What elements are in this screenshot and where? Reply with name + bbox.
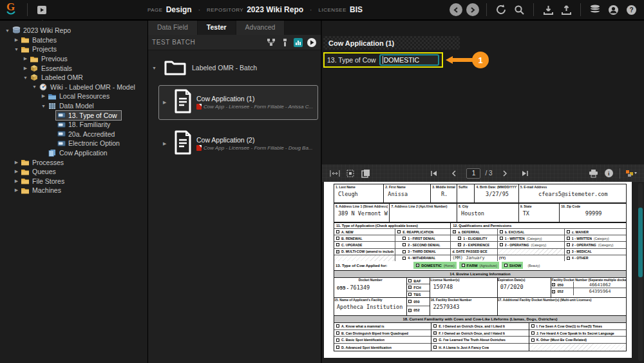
form-field-cell: 7. Address Line 2 (Apt./Unit Number) — [389, 203, 457, 222]
chart-toggle-icon[interactable] — [293, 37, 303, 48]
tree-item-machines[interactable]: ▶Machines — [0, 186, 147, 195]
page-value[interactable]: Design — [166, 5, 192, 14]
tree-item-label: Batches — [32, 36, 57, 44]
grooper-logo-icon[interactable]: G — [0, 0, 22, 19]
expander-down-icon[interactable]: ▼ — [4, 28, 11, 33]
expander-right-icon[interactable]: ▶ — [13, 179, 20, 184]
extracted-field-row[interactable]: 13. Type of Cow DOMESTIC — [323, 52, 443, 68]
checkbox-label: E. REAPPLICATION — [402, 230, 433, 234]
form-checkbox-item: 1 - WRITTEN(Category) — [498, 235, 565, 241]
tree-item-electronic-option[interactable]: Electronic Option — [0, 139, 147, 148]
fit-width-icon[interactable] — [329, 168, 341, 179]
form-field-value: cfears5@sitemeter.com — [520, 189, 625, 197]
marquee-zoom-icon[interactable] — [345, 168, 356, 179]
info-icon[interactable]: i — [603, 168, 614, 179]
familiarity-item: H. A Llama Is Just A Fancy Cow — [431, 344, 528, 351]
expander-right-icon[interactable]: ▶ — [13, 160, 20, 165]
tree-item-previous[interactable]: ▶Previous — [0, 54, 147, 64]
database-icon[interactable] — [588, 3, 602, 17]
tree-item-batches[interactable]: ▶Batches — [0, 35, 147, 45]
licensee-value[interactable]: BIS — [350, 5, 363, 14]
expander-right-icon[interactable]: ▶ — [13, 188, 20, 193]
expander-down-icon[interactable]: ▼ — [22, 75, 29, 80]
back-icon[interactable] — [450, 3, 462, 16]
expander-right-icon[interactable]: ▶ — [40, 93, 47, 99]
repository-value[interactable]: 2023 Wiki Repo — [247, 5, 303, 14]
expiration-cell: Expiration Date(s)07/2020 — [498, 278, 552, 297]
prev-page-icon[interactable] — [448, 168, 460, 179]
tab-data-field[interactable]: Data Field — [148, 21, 198, 35]
repository-label: REPOSITORY — [207, 7, 243, 13]
field-icon — [57, 130, 66, 138]
database-icon — [12, 26, 21, 34]
viewer-scrollbar[interactable] — [638, 183, 643, 361]
expander-right-icon[interactable]: ▶ — [163, 141, 169, 146]
pages-icon[interactable] — [360, 168, 372, 179]
document-large-icon — [173, 130, 193, 157]
tree-item-queues[interactable]: ▶Queues — [0, 167, 147, 177]
document-item[interactable]: ▶Cow Application (1)Cow App - Licensee -… — [158, 85, 318, 120]
tree-item-20a-accredited[interactable]: 20a. Accredited — [0, 130, 147, 139]
first-page-icon[interactable] — [428, 168, 440, 179]
upload-icon[interactable] — [559, 3, 573, 17]
expander-down-icon[interactable]: ▼ — [13, 47, 20, 52]
help-icon[interactable]: ? — [624, 3, 638, 17]
last-page-icon[interactable] — [519, 168, 531, 179]
tab-advanced[interactable]: Advanced — [236, 21, 285, 35]
download-icon[interactable] — [541, 3, 555, 17]
tree-view-icon[interactable] — [266, 37, 276, 48]
tree-item-labeled-omr[interactable]: ▼Labeled OMR — [0, 73, 147, 83]
tree-item-essentials[interactable]: ▶Essentials — [0, 63, 147, 73]
media-box-icon[interactable] — [35, 3, 49, 17]
expander-down-icon[interactable]: ▼ — [152, 66, 158, 70]
tree-item-13-type-of-cow[interactable]: 13. Type of Cow — [0, 110, 147, 120]
run-icon[interactable] — [307, 37, 317, 48]
document-item[interactable]: ▶Cow Application (2)Cow App - Licensee -… — [158, 126, 318, 161]
top-bar: G PAGE Design · REPOSITORY 2023 Wiki Rep… — [0, 0, 644, 21]
layout-options-icon[interactable] — [625, 168, 637, 179]
next-page-icon[interactable] — [499, 168, 511, 179]
tab-tester[interactable]: Tester — [198, 21, 236, 35]
viewer-content[interactable]: 1. Last NameCleugh2. First NameAnissa3. … — [322, 182, 644, 363]
scrollbar-thumb[interactable] — [638, 208, 643, 277]
expander-right-icon[interactable]: ▶ — [163, 100, 169, 105]
familiarity-item: J. I've Heard A Cow Speak In Its Secret … — [529, 330, 626, 337]
tree-item-projects[interactable]: ▼Projects — [0, 44, 147, 54]
refresh-icon[interactable] — [494, 3, 508, 17]
field-value-input[interactable]: DOMESTIC — [379, 54, 439, 66]
expander-right-icon[interactable]: ▶ — [13, 37, 20, 43]
batch-root-item[interactable]: ▼ Labeled OMR - Batch — [151, 55, 318, 83]
tree-item-file-stores[interactable]: ▶File Stores — [0, 177, 147, 186]
crumb-separator: · — [310, 6, 312, 14]
form-checkbox-item: B. RENEWAL — [334, 235, 395, 241]
grid-column: a. DEFERRAL1 - ELIGIBILITY2 - EXPERIENCE… — [451, 228, 497, 261]
search-icon[interactable] — [512, 3, 526, 17]
tree-item-local-resources[interactable]: ▶Local Resources — [0, 92, 147, 101]
form-checkbox-item: 1 - FIRST DENIAL — [395, 235, 451, 241]
flashlight-icon[interactable] — [279, 37, 290, 48]
tree-item-wiki-labeled-omr-model[interactable]: ▼Wiki - Labeled OMR - Model — [0, 83, 147, 92]
expander-right-icon[interactable]: ▶ — [22, 66, 29, 71]
checkbox-unchecked — [458, 237, 461, 240]
form-field-value: Houston — [459, 208, 517, 217]
divider — [580, 3, 581, 16]
form-field-cell: 9. StateTX — [518, 203, 560, 222]
expander-down-icon[interactable]: ▼ — [31, 84, 38, 89]
tree-item-cow-application[interactable]: Cow Application — [0, 148, 147, 158]
forward-icon[interactable] — [466, 3, 479, 16]
tree-item-2023-wiki-repo[interactable]: ▼2023 Wiki Repo — [0, 26, 147, 35]
page-number-input[interactable]: 1 — [466, 168, 480, 179]
user-icon[interactable] — [606, 3, 620, 17]
tree-item-data-model[interactable]: ▼Data Model — [0, 101, 147, 111]
expander-down-icon[interactable]: ▼ — [40, 104, 47, 108]
expander-right-icon[interactable]: ▶ — [13, 169, 20, 174]
test-batch-header: TEST BATCH — [148, 35, 321, 50]
print-icon[interactable] — [587, 168, 599, 179]
checkbox-label: a. DEFERRAL — [458, 230, 480, 234]
breadcrumb: PAGE Design · REPOSITORY 2023 Wiki Repo … — [147, 5, 363, 14]
tree-item-18-familiarity[interactable]: 18. Familiarity — [0, 120, 147, 130]
expander-right-icon[interactable]: ▶ — [22, 56, 29, 61]
tree-item-processes[interactable]: ▶Processes — [0, 157, 147, 167]
checkbox-unchecked — [397, 230, 401, 233]
folder-icon — [21, 36, 30, 44]
